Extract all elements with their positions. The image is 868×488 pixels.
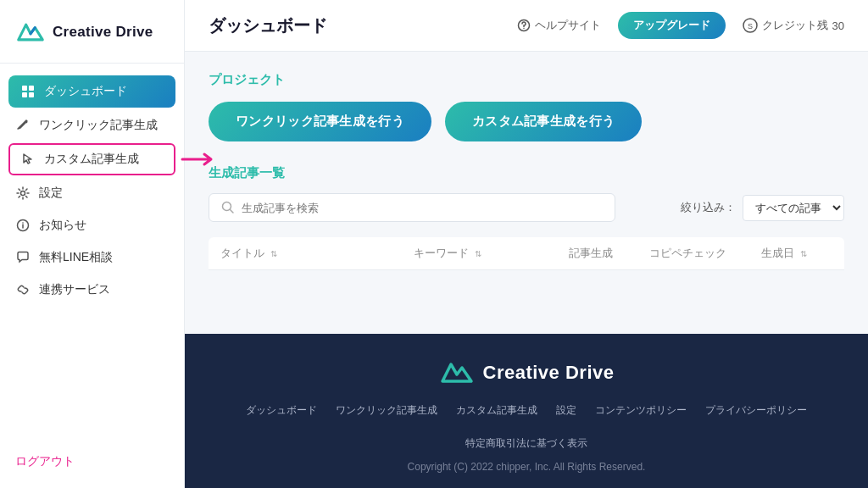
col-keyword: キーワード ⇅ [414,246,542,261]
sidebar: Creative Drive ダッシュボード [0,0,185,488]
svg-point-4 [21,191,25,196]
filter-row: 絞り込み： すべての記事 [681,195,844,221]
svg-text:S: S [748,22,753,30]
credit-count: 30 [832,19,844,32]
col-copy: コピペチェック [639,246,736,261]
sidebar-nav: ダッシュボード ワンクリック記事生成 カス [0,64,184,488]
credit-label: クレジット残 [762,18,828,33]
footer-nav-dashboard[interactable]: ダッシュボード [246,403,317,418]
sidebar-item-integration[interactable]: 連携サービス [0,274,184,306]
header-actions: ヘルプサイト アップグレード S クレジット残 30 [517,12,844,39]
arrow-indicator [181,151,218,168]
gear-icon [15,186,31,201]
help-link[interactable]: ヘルプサイト [517,18,601,33]
sort-icon-date[interactable]: ⇅ [800,249,807,258]
page-header: ダッシュボード ヘルプサイト アップグレード S クレジット [185,0,868,52]
articles-section-title: 生成記事一覧 [209,165,844,181]
edit-icon [15,118,31,133]
sort-icon-keyword[interactable]: ⇅ [475,249,481,258]
sidebar-item-label: 連携サービス [39,282,110,297]
project-buttons: ワンクリック記事生成を行う カスタム記事生成を行う [209,102,844,141]
chat-icon [15,250,31,265]
main-content: ダッシュボード ヘルプサイト アップグレード S クレジット [185,0,868,488]
col-title: タイトル ⇅ [220,246,414,261]
svg-point-8 [523,28,524,29]
footer-nav-privacy[interactable]: プライバシーポリシー [705,403,807,418]
footer-nav-custom[interactable]: カスタム記事生成 [456,403,537,418]
filter-select[interactable]: すべての記事 [743,195,844,221]
sidebar-item-line[interactable]: 無料LINE相談 [0,241,184,274]
custom-article-button[interactable]: カスタム記事生成を行う [445,102,642,141]
sidebar-item-label: カスタム記事生成 [44,152,139,167]
info-icon [15,218,31,233]
footer-logo: Creative Drive [219,358,834,388]
search-filter-row: 絞り込み： すべての記事 [209,193,844,222]
page-body: プロジェクト ワンクリック記事生成を行う カスタム記事生成を行う 生成記事一覧 … [185,52,868,334]
sidebar-item-label: 設定 [39,186,63,201]
sort-icon-title[interactable]: ⇅ [270,249,277,258]
footer-nav-commerce[interactable]: 特定商取引法に基づく表示 [465,436,587,451]
svg-rect-0 [22,86,27,91]
sidebar-item-custom[interactable]: カスタム記事生成 [8,143,175,175]
footer-nav-content-policy[interactable]: コンテンツポリシー [595,403,687,418]
svg-rect-3 [29,92,34,97]
table-header: タイトル ⇅ キーワード ⇅ 記事生成 コピペチェック 生成日 ⇅ [209,237,844,270]
footer-nav-one-click[interactable]: ワンクリック記事生成 [336,403,437,418]
grid-icon [20,84,36,99]
sidebar-item-label: ダッシュボード [44,84,127,99]
sidebar-item-settings[interactable]: 設定 [0,177,184,209]
one-click-article-button[interactable]: ワンクリック記事生成を行う [209,102,431,141]
search-box [209,193,615,222]
upgrade-button[interactable]: アップグレード [618,12,726,39]
logo-text: Creative Drive [53,24,153,41]
credit-icon: S [743,18,758,33]
search-icon [221,201,235,214]
sidebar-item-one-click[interactable]: ワンクリック記事生成 [0,109,184,141]
cursor-icon [20,152,36,167]
sidebar-item-logout[interactable]: ログアウト [0,446,184,478]
footer-logo-icon [439,358,475,388]
search-input[interactable] [242,202,603,214]
help-icon [517,19,531,32]
footer-logo-text: Creative Drive [483,362,615,384]
footer-nav: ダッシュボード ワンクリック記事生成 カスタム記事生成 設定 コンテンツポリシー… [219,403,834,451]
help-label: ヘルプサイト [535,18,601,33]
svg-rect-1 [29,86,34,91]
footer-copyright: Copyright (C) 2022 chipper, Inc. All Rig… [219,461,834,473]
sidebar-item-dashboard[interactable]: ダッシュボード [8,75,175,108]
sidebar-item-label: ワンクリック記事生成 [39,118,158,133]
sidebar-item-label: ログアウト [15,454,75,469]
page-footer: Creative Drive ダッシュボード ワンクリック記事生成 カスタム記事… [185,334,868,488]
sidebar-logo: Creative Drive [0,0,184,64]
logo-icon [15,19,46,46]
svg-rect-2 [22,92,27,97]
project-section-title: プロジェクト [209,72,844,88]
sidebar-item-label: 無料LINE相談 [39,250,113,265]
sidebar-item-label: お知らせ [39,218,86,233]
credit-info: S クレジット残 30 [743,18,844,33]
sidebar-item-notifications[interactable]: お知らせ [0,209,184,241]
page-title: ダッシュボード [209,14,327,37]
link-icon [15,282,31,297]
col-date: 生成日 ⇅ [736,246,832,261]
filter-label: 絞り込み： [681,200,736,215]
svg-point-6 [22,222,24,224]
col-article: 記事生成 [542,246,639,261]
footer-nav-settings[interactable]: 設定 [556,403,576,418]
